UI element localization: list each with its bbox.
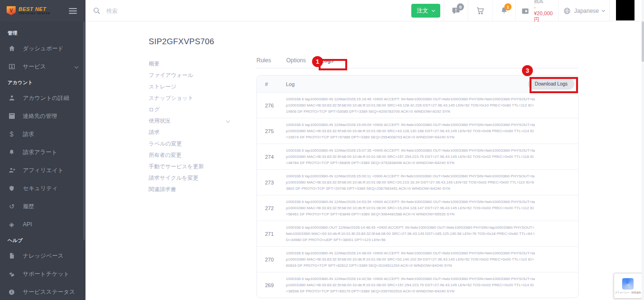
tab-logs[interactable]: Logs <box>321 57 333 64</box>
balance-label: 残高 <box>534 0 553 4</box>
service-menu-overview[interactable]: 概要 <box>149 58 239 69</box>
sidebar-scrollbar[interactable] <box>83 21 85 240</box>
table-row: 269 1000336 6 tap1000336i0-IN 12/Mar/202… <box>257 272 578 298</box>
log-row-text: 1000336 6 tap1000336i0-IN 12/Mar/2026:15… <box>286 170 578 195</box>
sidebar-item-service-status[interactable]: サービスステータス <box>0 283 85 300</box>
redacted-user-box <box>616 0 635 20</box>
contact-card-icon <box>8 112 16 120</box>
messages-cell[interactable]: 0 <box>444 0 468 21</box>
service-menu-snapshot[interactable]: スナップショット <box>149 92 239 104</box>
cart-cell[interactable] <box>468 0 492 21</box>
sidebar-item-label: サービス <box>23 63 46 71</box>
service-menu-change-owner[interactable]: 所有者の変更 <box>149 149 239 161</box>
table-row: 270 1000336 6 tap1000336i0-IN 12/Mar/202… <box>257 247 578 272</box>
sidebar-item-services[interactable]: サービス <box>0 58 85 76</box>
column-header-number: # <box>257 81 286 87</box>
table-body: 276 1000336 6 tap1000336i0-IN 12/Mar/202… <box>257 93 578 298</box>
download-logs-button[interactable]: Download Logs <box>528 78 574 89</box>
search-input[interactable] <box>106 8 211 14</box>
sidebar-item-knowledgebase[interactable]: ナレッジベース <box>0 247 85 265</box>
hamburger-menu-icon[interactable] <box>67 6 79 16</box>
message-count-badge: 0 <box>457 3 464 10</box>
log-row-text: 1000336 6 tap1000336i0-IN 12/Mar/2026:14… <box>286 195 578 221</box>
table-row: 274 1000336 6 tap1000336i0-IN 12/Mar/202… <box>257 144 578 170</box>
table-row: 273 1000336 6 tap1000336i0-IN 12/Mar/202… <box>257 170 578 195</box>
sidebar-item-label: サービスステータス <box>23 288 75 296</box>
sidebar-item-api[interactable]: ◈ API <box>0 215 85 233</box>
sidebar-item-history[interactable]: ↺ 履歴 <box>0 197 85 215</box>
sidebar-item-billing[interactable]: $ 請求 <box>0 125 85 143</box>
chevron-down-icon <box>602 9 605 12</box>
order-button[interactable]: 注文 <box>411 4 440 18</box>
service-menu-billing[interactable]: 請求 <box>149 126 239 138</box>
cart-icon <box>476 6 485 15</box>
order-cell: 注文 <box>407 0 444 21</box>
log-row-number: 274 <box>257 154 286 160</box>
sidebar-item-label: ナレッジベース <box>23 252 64 260</box>
recaptcha-text: プライバシー - 利用規約 <box>615 291 641 294</box>
tab-options[interactable]: Options <box>286 57 306 64</box>
sidebar-item-label: 履歴 <box>23 203 34 211</box>
log-row-text: 1000336 6 tap1000336i0-IN 12/Mar/2026:15… <box>286 144 578 169</box>
service-menu-change-billing-cycle[interactable]: 請求サイクルを変更 <box>149 172 239 184</box>
sidebar-item-label: 請求アラート <box>23 148 57 156</box>
order-button-label: 注文 <box>417 7 428 15</box>
logs-table-card: # Log Download Logs 276 1000336 6 tap100… <box>256 75 578 298</box>
service-menu-usage[interactable]: 使用状況 <box>149 115 239 126</box>
log-row-number: 269 <box>257 282 286 288</box>
log-row-number: 273 <box>257 180 286 185</box>
logo-line1: BEST NET <box>19 7 50 12</box>
service-menu-change-label[interactable]: ラベルの変更 <box>149 138 239 149</box>
sidebar-section-help: ヘルプ <box>0 233 85 247</box>
person-add-icon <box>8 166 16 174</box>
sidebar-item-support-tickets[interactable]: サポートチケット <box>0 265 85 283</box>
sidebar-item-label: ダッシュボード <box>23 45 64 53</box>
sidebar-item-billing-alerts[interactable]: 請求アラート <box>0 143 85 161</box>
language-cell[interactable]: Japanese <box>558 0 609 21</box>
service-menu-storage[interactable]: ストレージ <box>149 81 239 92</box>
log-row-text: 1000336 6 tap1000336i0-IN 12/Mar/2026:15… <box>286 93 578 118</box>
chevron-down-icon <box>431 9 435 12</box>
sidebar-section-account: アカウント <box>0 76 85 89</box>
sidebar-item-security[interactable]: セキュリティ <box>0 179 85 197</box>
api-icon: ◈ <box>8 221 16 228</box>
recaptcha-icon <box>622 278 634 290</box>
tab-rules[interactable]: Rules <box>256 57 271 64</box>
dollar-icon: $ <box>8 131 16 137</box>
page-scrollbar-thumb[interactable] <box>642 21 644 62</box>
sidebar-item-label: アフィリエイト <box>23 166 64 174</box>
shield-icon <box>8 185 16 192</box>
sidebar-item-label: サポートチケット <box>23 270 69 278</box>
log-row-number: 275 <box>257 128 286 134</box>
ticket-icon <box>8 271 16 278</box>
balance-cell[interactable]: 残高 -¥20,000 円 <box>515 0 558 21</box>
sidebar-item-label: 連絡先の管理 <box>23 112 57 120</box>
sidebar-item-account-details[interactable]: アカウントの詳細 <box>0 89 85 107</box>
log-row-text: 1000336 6 tap1000336i0-IN 12/Mar/2026:14… <box>286 247 578 272</box>
logo[interactable]: V BEST NET TREADING SERVER <box>7 6 50 15</box>
notifications-cell[interactable]: 1 <box>492 0 515 21</box>
column-header-log: Log <box>286 81 528 87</box>
service-menu-related-invoices[interactable]: 関連請求書 <box>149 184 239 195</box>
info-icon <box>8 289 16 296</box>
table-row: 276 1000336 6 tap1000336i0-IN 12/Mar/202… <box>257 93 578 118</box>
service-menu-log[interactable]: ログ <box>149 104 239 115</box>
home-icon <box>8 45 16 52</box>
service-menu-manual-renew[interactable]: 手動でサービスを更新 <box>149 161 239 172</box>
logo-bar: V BEST NET TREADING SERVER <box>0 0 85 21</box>
service-menu-firewall[interactable]: ファイアウォール <box>149 69 239 81</box>
chevron-down-icon <box>75 65 78 68</box>
log-row-number: 276 <box>257 103 286 108</box>
sidebar-item-label: API <box>23 221 32 228</box>
sidebar-item-label: セキュリティ <box>23 184 58 193</box>
wallet-icon <box>521 7 530 15</box>
sidebar-item-dashboard[interactable]: ダッシュボード <box>0 39 85 58</box>
document-icon <box>8 252 16 259</box>
sidebar-item-affiliate[interactable]: アフィリエイト <box>0 161 85 179</box>
sidebar-item-contacts[interactable]: 連絡先の管理 <box>0 107 85 125</box>
user-cell <box>609 0 644 21</box>
recaptcha-badge[interactable]: プライバシー - 利用規約 <box>614 273 642 299</box>
logs-content: Rules Options Logs # Log Download Logs 2… <box>256 57 578 298</box>
service-side-menu: 概要 ファイアウォール ストレージ スナップショット ログ 使用状況 請求 ラベ… <box>149 58 239 195</box>
search-icon <box>93 7 101 15</box>
